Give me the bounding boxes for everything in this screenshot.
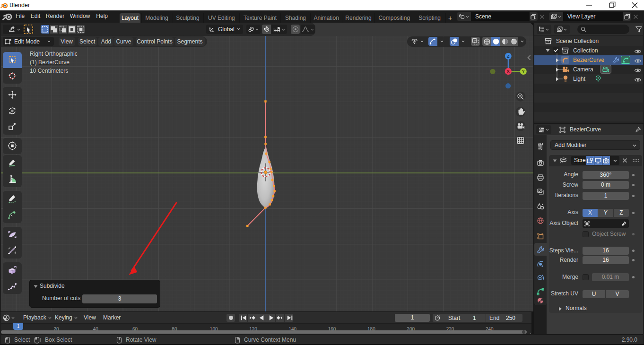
svg-text:X: X <box>507 69 510 74</box>
svg-text:Y: Y <box>522 69 525 74</box>
svg-text:Z: Z <box>507 54 510 59</box>
